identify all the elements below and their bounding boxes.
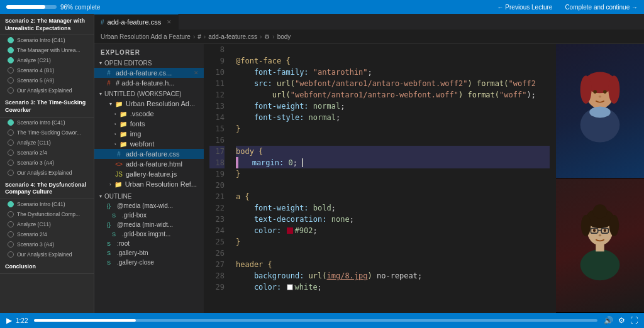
outline-icon: S [112, 231, 119, 238]
item-circle [8, 201, 14, 207]
outline-media-min[interactable]: {} @media (min-widt... [94, 220, 204, 229]
section-3-title: Scenario 3: The Time-Sucking Coworker [0, 96, 94, 117]
css-file-icon: # [114, 151, 123, 158]
svg-point-21 [599, 234, 601, 236]
course-item[interactable]: The Time-Sucking Cowor... [0, 128, 94, 138]
close-file-icon[interactable]: ✕ [194, 70, 199, 76]
open-file-css[interactable]: # add-a-feature.cs... ✕ [94, 68, 204, 78]
outline-icon: S [107, 250, 114, 256]
code-line-12: url("webfont/antaro1/antaro-webfont.woff… [236, 89, 550, 101]
file-js-name: gallery-feature.js [126, 170, 177, 178]
play-button[interactable]: ▶ [6, 316, 12, 325]
file-add-feature-html[interactable]: <> add-a-feature.html [94, 159, 204, 169]
settings-icon[interactable]: ⚙ [618, 316, 625, 325]
workspace-title[interactable]: ▾ UNTITLED (WORKSPACE) [94, 89, 204, 99]
code-line-27: header { [236, 259, 550, 270]
next-lecture-link[interactable]: Complete and continue → [565, 4, 638, 11]
outline-label: OUTLINE [104, 193, 131, 200]
outline-title[interactable]: ▾ OUTLINE [94, 192, 204, 201]
code-line-23: text-decoration: none; [236, 214, 550, 225]
course-item[interactable]: Analyze (C21) [0, 55, 94, 65]
course-item[interactable]: Analyze (C11) [0, 138, 94, 148]
code-line-14: font-style: normal; [236, 112, 550, 123]
file-html-name: add-a-feature.html [126, 160, 182, 168]
breadcrumb-project[interactable]: Urban Resolution Add a Feature [101, 33, 191, 40]
course-item[interactable]: Scenario Intro (C41) [0, 118, 94, 128]
course-item[interactable]: Scenario 2/4 [0, 229, 94, 239]
course-item[interactable]: Analyze (C11) [0, 219, 94, 229]
item-circle [8, 129, 14, 136]
prev-lecture-link[interactable]: ← Previous Lecture [497, 4, 553, 11]
course-item[interactable]: Our Analysis Explained [0, 85, 94, 96]
outline-root[interactable]: S :root [94, 239, 204, 248]
code-line-22: font-weight: bold; [236, 202, 550, 214]
folder-webfont[interactable]: › 📁 webfont [94, 139, 204, 149]
tab-close-icon[interactable]: ✕ [167, 19, 172, 25]
breadcrumb-hash[interactable]: # [197, 33, 201, 40]
person-1-svg [565, 57, 635, 164]
workspace-label: UNTITLED (WORKSPACE) [104, 90, 182, 97]
item-circle [8, 77, 14, 84]
code-line-24: color: #902; [236, 225, 550, 236]
outline-gallery-btn[interactable]: S .gallery-btn [94, 248, 204, 258]
course-item[interactable]: Scenario Intro (C41) [0, 199, 94, 209]
item-circle [8, 67, 14, 74]
fullscreen-icon[interactable]: ⛶ [630, 316, 638, 325]
folder-icon: 📁 [114, 181, 123, 188]
course-item[interactable]: Scenario 2/4 [0, 148, 94, 158]
workspace-section: ▾ UNTITLED (WORKSPACE) ▾ 📁 Urban Resolut… [94, 89, 204, 189]
course-item[interactable]: The Dysfunctional Comp... [0, 209, 94, 219]
code-line-25: } [236, 236, 550, 248]
outline-gallery-close[interactable]: S .gallery-close [94, 258, 204, 267]
svg-point-8 [599, 96, 601, 97]
section-4-title: Scenario 4: The Dysfunctional Company Cu… [0, 178, 94, 199]
open-file-html[interactable]: # # add-a-feature.h... [94, 78, 204, 88]
item-circle [8, 150, 14, 156]
folder-urban[interactable]: ▾ 📁 Urban Resolution Ad... [94, 99, 204, 109]
course-item[interactable]: Scenario 3 (A4) [0, 239, 94, 249]
outline-grid-box[interactable]: S .grid-box [94, 210, 204, 220]
breadcrumb-file[interactable]: add-a-feature.css [208, 33, 257, 40]
vscode-area: # add-a-feature.css ✕ Urban Resolution A… [94, 14, 644, 313]
folder-img-name: img [130, 130, 142, 138]
progress-label: 96% complete [60, 4, 100, 11]
video-progress-track[interactable] [34, 319, 597, 322]
open-editors-section: ▾ OPEN EDITORS # add-a-feature.cs... ✕ #… [94, 58, 204, 88]
folder-fonts[interactable]: › 📁 fonts [94, 119, 204, 129]
css-icon: # [104, 70, 113, 77]
item-circle [8, 57, 14, 63]
breadcrumb-icon[interactable]: ⚙ [264, 33, 270, 40]
file-add-feature-css[interactable]: # add-a-feature.css [94, 149, 204, 159]
code-content: 89101112 13141516 17181920 2122232425 26… [204, 44, 556, 313]
outline-media-max[interactable]: {} @media (max-wid... [94, 201, 204, 210]
course-item[interactable]: Our Analysis Explained [0, 249, 94, 260]
outline-icon: S [107, 260, 114, 266]
outline-icon: S [107, 241, 114, 247]
volume-icon[interactable]: 🔊 [604, 316, 613, 325]
file-gallery-js[interactable]: JS gallery-feature.js [94, 169, 204, 179]
open-file-html-name: # add-a-feature.h... [116, 79, 175, 87]
course-item[interactable]: Scenario Intro (C41) [0, 35, 94, 45]
breadcrumb-selector[interactable]: body [277, 33, 291, 40]
folder-icon: 📁 [114, 101, 123, 107]
video-bottom-bar: ▶ 1:22 🔊 ⚙ ⛶ [0, 313, 644, 328]
folder-vscode[interactable]: › 📁 .vscode [94, 109, 204, 119]
progress-bar-inner [6, 5, 45, 9]
outline-grid-box-img[interactable]: S .grid-box img:nt... [94, 229, 204, 239]
camera-feed-1 [556, 44, 644, 178]
folder-img[interactable]: › 📁 img [94, 129, 204, 139]
svg-point-19 [593, 229, 596, 232]
course-item[interactable]: Scenario 5 (A9) [0, 75, 94, 85]
person-2-video [556, 178, 644, 312]
svg-point-12 [609, 215, 619, 236]
course-item[interactable]: The Manager with Unrea... [0, 45, 94, 55]
open-editors-title[interactable]: ▾ OPEN EDITORS [94, 58, 204, 68]
course-item[interactable]: Our Analysis Explained [0, 168, 94, 178]
course-item[interactable]: Scenario 3 (A4) [0, 158, 94, 168]
course-item[interactable]: Scenario 4 (B1) [0, 65, 94, 75]
svg-point-2 [580, 75, 592, 104]
folder-urban-ref[interactable]: › 📁 Urban Resolution Ref... [94, 179, 204, 189]
tab-add-feature-css[interactable]: # add-a-feature.css ✕ [94, 14, 179, 30]
item-circle [8, 221, 14, 227]
code-editor[interactable]: 89101112 13141516 17181920 2122232425 26… [204, 44, 556, 313]
